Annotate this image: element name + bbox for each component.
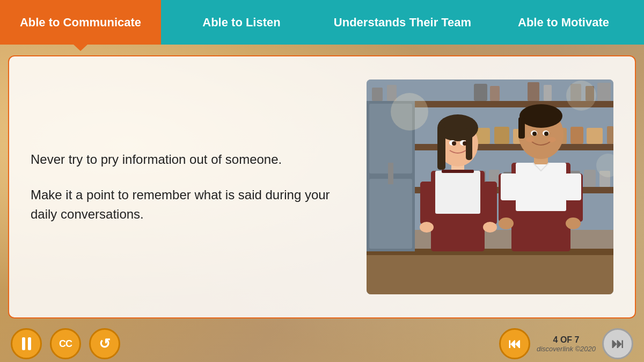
svg-point-63 <box>547 137 556 142</box>
svg-point-46 <box>463 141 467 146</box>
svg-rect-66 <box>501 173 517 200</box>
svg-point-71 <box>566 81 596 111</box>
tabs-navigation: Able to Communicate Able to Listen Under… <box>0 0 644 45</box>
tab-motivate[interactable]: Able to Motivate <box>483 0 644 45</box>
svg-rect-35 <box>388 163 393 184</box>
content-image <box>367 79 613 294</box>
svg-rect-53 <box>516 163 566 211</box>
svg-point-69 <box>566 218 581 229</box>
paragraph-2: Make it a point to remember what is said… <box>31 185 345 224</box>
svg-rect-21 <box>607 126 613 144</box>
tab-listen[interactable]: Able to Listen <box>161 0 322 45</box>
svg-point-56 <box>519 104 562 128</box>
svg-rect-10 <box>544 85 552 101</box>
svg-rect-19 <box>570 127 583 144</box>
svg-rect-7 <box>474 84 487 101</box>
svg-rect-41 <box>437 127 445 170</box>
svg-rect-57 <box>518 117 525 139</box>
svg-point-70 <box>391 93 428 131</box>
tab-understands[interactable]: Understands Their Team <box>322 0 483 45</box>
controls-bar: CC ↺ ⏮ 4 OF 7 discoverlink ©2020 ⏭ <box>0 324 644 362</box>
content-text-area: Never try to pry information out of some… <box>31 150 345 224</box>
svg-point-49 <box>420 222 434 233</box>
brand-text: discoverlink ©2020 <box>537 345 596 353</box>
tab-communicate[interactable]: Able to Communicate <box>0 0 161 45</box>
svg-rect-34 <box>369 179 412 249</box>
svg-rect-37 <box>435 171 480 214</box>
svg-point-62 <box>526 137 535 142</box>
svg-point-45 <box>452 141 456 146</box>
refresh-icon: ↺ <box>99 336 111 352</box>
cc-button[interactable]: CC <box>50 328 81 359</box>
forward-button[interactable]: ⏭ <box>602 328 633 359</box>
cc-icon: CC <box>59 338 72 350</box>
pause-button[interactable] <box>11 328 42 359</box>
content-card: Never try to pry information out of some… <box>8 55 636 318</box>
svg-point-50 <box>483 222 497 233</box>
svg-rect-51 <box>442 170 474 173</box>
svg-rect-6 <box>387 85 397 101</box>
page-display: 4 OF 7 <box>537 335 596 345</box>
svg-rect-48 <box>484 182 497 225</box>
svg-rect-67 <box>565 173 581 200</box>
controls-right: ⏮ 4 OF 7 discoverlink ©2020 ⏭ <box>499 328 633 359</box>
forward-icon: ⏭ <box>611 336 624 351</box>
svg-rect-9 <box>528 82 539 101</box>
svg-rect-29 <box>367 251 613 294</box>
page-info-container: 4 OF 7 discoverlink ©2020 <box>537 335 596 353</box>
svg-rect-13 <box>597 83 611 101</box>
svg-rect-5 <box>372 88 383 101</box>
svg-point-68 <box>499 218 514 229</box>
paragraph-1: Never try to pry information out of some… <box>31 150 345 169</box>
rewind-button[interactable]: ⏮ <box>499 328 530 359</box>
rewind-icon: ⏮ <box>508 336 521 351</box>
svg-rect-15 <box>494 127 509 144</box>
svg-rect-47 <box>420 182 434 225</box>
svg-rect-27 <box>584 170 596 187</box>
controls-left: CC ↺ <box>11 328 120 359</box>
svg-point-60 <box>532 132 537 136</box>
refresh-button[interactable]: ↺ <box>89 328 120 359</box>
pause-icon <box>22 337 31 350</box>
svg-rect-20 <box>587 128 603 144</box>
svg-rect-8 <box>490 86 500 101</box>
svg-point-61 <box>544 132 548 136</box>
